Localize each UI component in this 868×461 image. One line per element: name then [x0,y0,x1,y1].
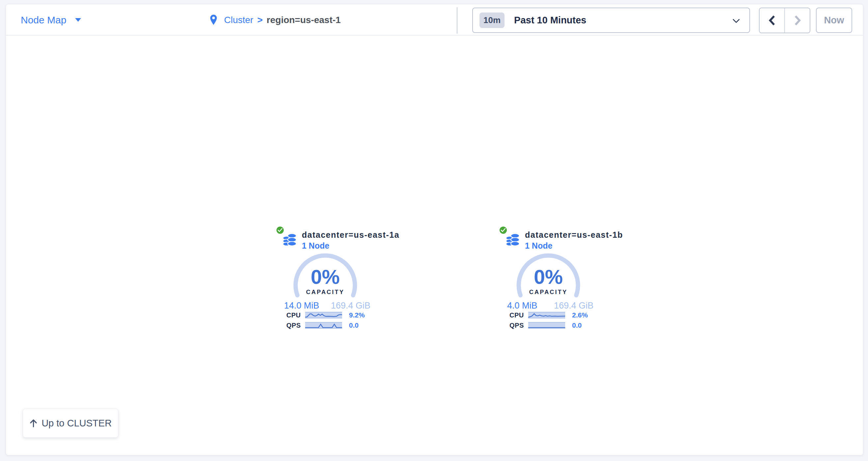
cpu-metric-row: CPU 2.6% [509,311,608,319]
up-to-cluster-label: Up to CLUSTER [41,418,112,429]
datacenter-card-us-east-1a[interactable]: datacenter=us-east-1a 1 Node 0% CAPACITY… [277,225,389,334]
topbar-divider [457,7,457,34]
view-selector-dropdown[interactable]: Node Map [21,4,81,36]
database-stack-icon [282,233,297,248]
capacity-used: 4.0 MiB [507,301,537,311]
time-step-buttons [759,7,810,33]
time-range-dropdown[interactable]: 10m Past 10 Minutes [472,7,750,33]
up-arrow-icon [29,419,37,427]
view-selector-label: Node Map [21,14,66,26]
cpu-sparkline [305,312,342,319]
breadcrumb: Cluster > region=us-east-1 [210,4,341,36]
breadcrumb-current: region=us-east-1 [267,15,341,25]
time-range-label: Past 10 Minutes [514,15,586,26]
capacity-usage-row: 14.0 MiB 169.4 GiB [284,301,370,311]
datacenter-card-us-east-1b[interactable]: datacenter=us-east-1b 1 Node 0% CAPACITY… [500,225,612,334]
capacity-caption: CAPACITY [516,289,581,296]
cpu-sparkline [528,312,565,319]
capacity-percent: 0% [292,267,358,287]
health-check-icon [277,227,284,234]
caret-down-icon [75,18,81,22]
cpu-value: 2.6% [572,311,588,319]
cpu-label: CPU [509,311,528,319]
breadcrumb-cluster-link[interactable]: Cluster [224,15,253,25]
qps-sparkline [528,322,565,329]
capacity-caption: CAPACITY [292,289,358,296]
cpu-value: 9.2% [349,311,365,319]
cpu-metric-row: CPU 9.2% [286,311,385,319]
breadcrumb-separator: > [257,15,262,25]
time-forward-button[interactable] [785,8,810,33]
top-bar: Node Map Cluster > region=us-east-1 10m … [6,4,863,36]
time-back-button[interactable] [760,8,785,33]
chevron-down-icon [732,19,740,23]
qps-metric-row: QPS 0.0 [286,322,385,329]
capacity-usage-row: 4.0 MiB 169.4 GiB [507,301,593,311]
main-panel: Node Map Cluster > region=us-east-1 10m … [6,4,863,455]
chevron-right-icon [794,15,801,26]
cpu-label: CPU [286,311,305,319]
up-to-cluster-button[interactable]: Up to CLUSTER [23,409,118,438]
now-button[interactable]: Now [816,7,852,33]
node-map-canvas: datacenter=us-east-1a 1 Node 0% CAPACITY… [6,36,863,455]
chevron-left-icon [769,15,776,26]
datacenter-title: datacenter=us-east-1a [302,230,399,240]
capacity-used: 14.0 MiB [284,301,319,311]
qps-value: 0.0 [572,321,582,329]
capacity-percent: 0% [516,267,581,287]
database-stack-icon [505,233,520,248]
location-pin-icon [210,14,217,26]
capacity-total: 169.4 GiB [554,301,593,311]
time-range-badge: 10m [479,12,504,28]
health-check-icon [500,227,507,234]
datacenter-title: datacenter=us-east-1b [525,230,623,240]
qps-label: QPS [286,322,305,329]
qps-value: 0.0 [349,321,359,329]
capacity-total: 169.4 GiB [331,301,370,311]
qps-label: QPS [509,322,528,329]
qps-sparkline [305,322,342,329]
qps-metric-row: QPS 0.0 [509,322,608,329]
